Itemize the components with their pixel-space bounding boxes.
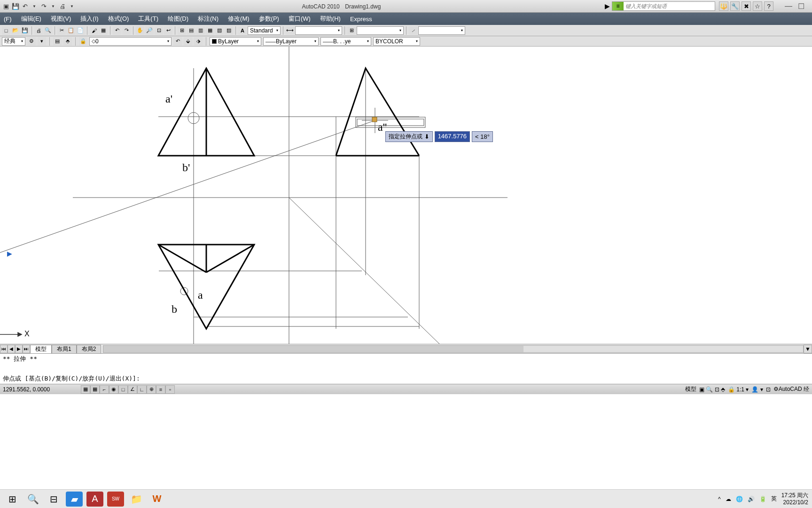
tab-next[interactable]: ▶ (15, 345, 23, 353)
redo-dd[interactable]: ▼ (49, 2, 57, 10)
dimstyle-combo[interactable]: ▾ (295, 26, 342, 35)
tb-undo2[interactable]: ↶ (113, 26, 121, 35)
mlstyle-combo[interactable]: ▾ (418, 26, 465, 35)
hscrollbar[interactable]: ◀ (103, 345, 804, 353)
search-input[interactable]: ≡ (612, 1, 715, 11)
wrench-icon[interactable]: 🔧 (730, 1, 740, 11)
layer-match-icon[interactable]: ⬙ (184, 37, 192, 46)
tb-redo2[interactable]: ↷ (122, 26, 131, 35)
tab-last[interactable]: ⏭ (23, 345, 30, 353)
tb-props[interactable]: ⊞ (178, 26, 186, 35)
tab-layout2[interactable]: 布局2 (77, 345, 102, 353)
tb-block[interactable]: ▦ (99, 26, 108, 35)
tb-pan[interactable]: ✋ (136, 26, 144, 35)
polar-toggle[interactable]: ◉ (109, 385, 118, 394)
binoculars-icon[interactable]: 🔱 (719, 1, 728, 11)
ducs-toggle[interactable]: ∟ (137, 385, 147, 394)
maximize-button[interactable]: ☐ (798, 2, 804, 11)
qat-dd[interactable]: ▼ (68, 2, 76, 10)
tray-clock[interactable]: 17:25 周六2022/10/2 (781, 492, 808, 506)
tb-save[interactable]: 💾 (21, 26, 29, 35)
tb-new[interactable]: □ (2, 26, 10, 35)
tab-model[interactable]: 模型 (30, 345, 52, 353)
play-icon[interactable]: ▶ (605, 2, 610, 10)
menu-window[interactable]: 窗口(W) (289, 15, 311, 23)
layer-combo[interactable]: ◇ 0▾ (89, 37, 172, 46)
tab-prev[interactable]: ◀ (8, 345, 15, 353)
status-model[interactable]: 模型 (685, 385, 696, 393)
drawing-canvas[interactable]: a' b' a'' a b X ▶ 指定拉伸点或 ⬇ 1467.5776 < 1… (0, 47, 812, 344)
tb-tbl[interactable]: ⊞ (347, 26, 356, 35)
command-window[interactable]: ** 拉伸 ** 伸点或 [基点(B)/复制(C)/放弃(U)/退出(X)]: (0, 353, 812, 384)
vscroll-down[interactable]: ▼ (804, 345, 812, 353)
layer-state-icon[interactable]: 🔒 (79, 37, 87, 46)
lineweight-combo[interactable]: —— B. . .ye▾ (320, 37, 371, 46)
menu-file[interactable]: (F) (4, 16, 12, 23)
taskview-button[interactable]: ⊟ (45, 492, 62, 507)
tb-open[interactable]: 📂 (11, 26, 20, 35)
menu-modify[interactable]: 修改(M) (228, 15, 250, 23)
save-icon[interactable]: 💾 (11, 2, 20, 10)
layer-prev-icon[interactable]: ↶ (173, 37, 182, 46)
tb-ml[interactable]: ⟋ (409, 26, 417, 35)
menu-edit[interactable]: 编辑(E) (21, 15, 41, 23)
menu-format[interactable]: 格式(O) (108, 15, 129, 23)
workspace-combo[interactable]: 经典▾ (2, 37, 25, 46)
dyn-toggle[interactable]: ⊕ (147, 385, 156, 394)
tray-ime[interactable]: 英 (771, 495, 777, 503)
plotstyle-combo[interactable]: BYCOLOR▾ (373, 37, 420, 46)
text-style-combo[interactable]: Standard▾ (248, 26, 281, 35)
snap-toggle[interactable]: ▦ (81, 385, 90, 394)
qp-toggle[interactable]: ▫ (165, 385, 175, 394)
tablestyle-combo[interactable]: ▾ (357, 26, 404, 35)
star-icon[interactable]: ☆ (753, 1, 762, 11)
start-button[interactable]: ⊞ (4, 492, 21, 507)
print-icon[interactable]: 🖨 (58, 2, 67, 10)
menu-dimension[interactable]: 标注(N) (198, 15, 219, 23)
tray-cloud[interactable]: ☁ (726, 496, 731, 502)
ws-settings-icon[interactable]: ⚙ (27, 37, 36, 46)
menu-help[interactable]: 帮助(H) (320, 15, 341, 23)
layer-filter-icon[interactable]: ▤ (53, 37, 62, 46)
layer-iso-icon[interactable]: ⬘ (63, 37, 72, 46)
undo-icon[interactable]: ↶ (21, 2, 29, 10)
tab-layout1[interactable]: 布局1 (52, 345, 77, 353)
tray-bat[interactable]: 🔋 (759, 496, 766, 502)
app-menu[interactable]: ▣ (2, 2, 10, 10)
app-blue[interactable]: ▰ (66, 492, 83, 507)
anno-scale[interactable]: 🔒 1:1 ▾ (728, 386, 749, 393)
explorer-taskbar[interactable]: 📁 (128, 492, 145, 507)
help-icon[interactable]: ? (764, 1, 773, 11)
grid-toggle[interactable]: ▦ (90, 385, 100, 394)
tb-cut[interactable]: ✂ (57, 26, 66, 35)
tb-plot[interactable]: 🖨 (34, 26, 43, 35)
color-combo[interactable]: ByLayer▾ (210, 37, 261, 46)
linetype-combo[interactable]: —— ByLayer▾ (263, 37, 319, 46)
tray-up[interactable]: ^ (718, 496, 721, 502)
menu-express[interactable]: Express (350, 16, 372, 23)
wps-taskbar[interactable]: W (148, 492, 165, 507)
ortho-toggle[interactable]: ⌐ (100, 385, 109, 394)
tb-dc[interactable]: ▤ (187, 26, 195, 35)
menu-draw[interactable]: 绘图(D) (168, 15, 188, 23)
windows-taskbar[interactable]: ⊞ 🔍 ⊟ ▰ A SW 📁 W ^ ☁ 🌐 🔊 🔋 英 17:25 周六202… (0, 489, 812, 508)
tb-paste[interactable]: 📄 (76, 26, 85, 35)
tray-net[interactable]: 🌐 (736, 496, 743, 502)
undo-dd[interactable]: ▼ (30, 2, 39, 10)
ws-save-icon[interactable]: ▾ (38, 37, 46, 46)
minimize-button[interactable]: — (785, 2, 792, 11)
tb-preview[interactable]: 🔍 (44, 26, 52, 35)
tb-zoomprev[interactable]: ↩ (164, 26, 172, 35)
layer-cur-icon[interactable]: ⬗ (194, 37, 203, 46)
tb-dim[interactable]: ⟷ (286, 26, 294, 35)
tb-qcalc[interactable]: ▨ (225, 26, 233, 35)
lwt-toggle[interactable]: ≡ (156, 385, 165, 394)
tb-ssm[interactable]: ▦ (206, 26, 214, 35)
tb-zoomrt[interactable]: 🔎 (145, 26, 154, 35)
redo-icon[interactable]: ↷ (39, 2, 48, 10)
tray-vol[interactable]: 🔊 (748, 496, 755, 502)
autocad-taskbar[interactable]: A (86, 492, 103, 507)
menu-insert[interactable]: 插入(I) (80, 15, 98, 23)
menu-param[interactable]: 参数(P) (259, 15, 279, 23)
tb-markup[interactable]: ▧ (215, 26, 224, 35)
